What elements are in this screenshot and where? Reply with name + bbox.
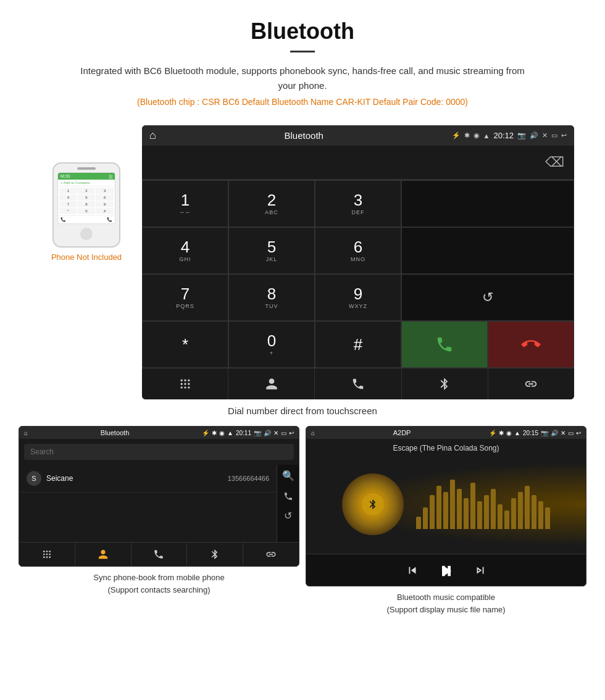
- key-4[interactable]: 4 GHI: [142, 227, 228, 274]
- music-home-icon[interactable]: ⌂: [311, 430, 315, 436]
- eq-bar-10: [477, 501, 482, 529]
- svg-point-0: [180, 380, 182, 381]
- end-call-icon: [518, 331, 544, 357]
- pb-contacts-list: S Seicane 13566664466: [19, 465, 277, 542]
- svg-point-9: [43, 551, 45, 552]
- svg-point-1: [184, 380, 186, 381]
- svg-point-11: [49, 551, 51, 552]
- mini-key-7[interactable]: 7: [59, 201, 77, 207]
- svg-point-17: [49, 556, 51, 558]
- eq-bar-3: [430, 495, 435, 529]
- signal-icon: ▲: [483, 132, 490, 140]
- caption-center: Dial number direct from touchscreen: [0, 406, 605, 416]
- key-hash[interactable]: #: [315, 321, 401, 368]
- contacts-icon: [265, 377, 278, 391]
- mini-key-9[interactable]: 9: [96, 201, 114, 207]
- svg-point-8: [188, 386, 190, 388]
- mini-key-0[interactable]: 0: [78, 208, 96, 214]
- call-button[interactable]: [401, 321, 488, 368]
- bottom-phone-icon[interactable]: [315, 369, 401, 399]
- key-5[interactable]: 5 JKL: [228, 227, 315, 274]
- pb-back-icon[interactable]: ↩: [289, 430, 294, 436]
- pb-scr-icon[interactable]: ▭: [281, 430, 286, 436]
- back-icon[interactable]: ↩: [561, 131, 567, 140]
- phone-home-button[interactable]: [80, 228, 93, 240]
- music-eq-bars: [416, 480, 550, 529]
- svg-point-14: [49, 554, 51, 556]
- key-8[interactable]: 8 TUV: [228, 274, 315, 321]
- pb-bottom-dialpad[interactable]: [19, 543, 75, 566]
- eq-bar-2: [423, 507, 428, 529]
- music-scr-icon[interactable]: ▭: [568, 430, 574, 436]
- rewind-icon: [406, 564, 419, 577]
- rewind-button[interactable]: [406, 563, 419, 578]
- search-right-icon[interactable]: 🔍: [282, 470, 294, 481]
- eq-bar-6: [450, 480, 455, 529]
- mini-key-8[interactable]: 8: [78, 201, 96, 207]
- call-right-icon[interactable]: [283, 490, 293, 501]
- eq-bar-7: [457, 489, 462, 529]
- main-screenshot-area: M:00 ||| + Add to Contacts 1 2 3 4 5 6 7…: [0, 125, 605, 399]
- key-2[interactable]: 2 ABC: [228, 180, 315, 227]
- refresh-cell[interactable]: ↺: [401, 274, 574, 321]
- link-icon: [524, 377, 538, 391]
- phone-not-included-label: Phone Not Included: [51, 252, 122, 262]
- music-cam-icon: 📷: [541, 430, 548, 436]
- pb-loc-icon: ◉: [219, 430, 225, 436]
- bottom-screenshots: ⌂ Bluetooth ⚡ ✱ ◉ ▲ 20:11 📷 🔊 ✕ ▭ ↩: [0, 426, 605, 615]
- eq-bar-15: [511, 498, 516, 529]
- backspace-button[interactable]: ⌫: [545, 154, 564, 170]
- close-icon[interactable]: ✕: [542, 131, 548, 140]
- caption-phonebook: Sync phone-book from mobile phone(Suppor…: [93, 572, 224, 596]
- pb-search-area: [19, 439, 299, 465]
- pb-search-input[interactable]: [24, 444, 294, 460]
- svg-point-6: [180, 386, 182, 388]
- mini-key-1[interactable]: 1: [59, 188, 77, 194]
- mini-key-5[interactable]: 5: [78, 194, 96, 201]
- bottom-contacts-icon[interactable]: [228, 369, 315, 399]
- phone-screen-header: M:00 |||: [58, 173, 115, 180]
- music-x-icon[interactable]: ✕: [561, 430, 565, 436]
- eq-bar-1: [416, 517, 421, 529]
- bottom-link-icon[interactable]: [488, 369, 574, 399]
- pb-usb-icon: ⚡: [202, 430, 209, 436]
- key-7[interactable]: 7 PQRS: [142, 274, 228, 321]
- key-star[interactable]: *: [142, 321, 228, 368]
- mini-key-2[interactable]: 2: [78, 188, 96, 194]
- mini-key-6[interactable]: 6: [96, 194, 114, 201]
- contact-number: 13566664466: [228, 475, 269, 482]
- home-icon[interactable]: ⌂: [149, 129, 156, 142]
- dial-screen: ⌂ Bluetooth ⚡ ✱ ◉ ▲ 20:12 📷 🔊 ✕ ▭ ↩ ⌫: [142, 125, 574, 399]
- svg-point-3: [180, 383, 182, 385]
- pb-home-icon[interactable]: ⌂: [24, 430, 28, 436]
- caption-music: Bluetooth music compatible(Support displ…: [386, 591, 505, 615]
- key-3[interactable]: 3 DEF: [315, 180, 401, 227]
- key-0[interactable]: 0 +: [228, 321, 315, 368]
- dialpad-icon: [179, 378, 191, 390]
- pb-bottom-contacts[interactable]: [75, 543, 131, 566]
- key-1[interactable]: 1 ∽∽: [142, 180, 228, 227]
- key-9[interactable]: 9 WXYZ: [315, 274, 401, 321]
- music-back-icon[interactable]: ↩: [576, 430, 581, 436]
- refresh-right-icon[interactable]: ↺: [284, 510, 292, 522]
- phone-aside: M:00 ||| + Add to Contacts 1 2 3 4 5 6 7…: [31, 125, 142, 262]
- pb-bottom-phone[interactable]: [131, 543, 188, 566]
- end-call-button[interactable]: [488, 321, 574, 368]
- mini-key-star[interactable]: *: [59, 208, 77, 214]
- screen-icon[interactable]: ▭: [551, 131, 557, 140]
- pb-bottom-bluetooth[interactable]: [187, 543, 243, 566]
- pb-bottom-link[interactable]: [243, 543, 299, 566]
- play-pause-button[interactable]: [438, 560, 455, 580]
- mini-key-4[interactable]: 4: [59, 194, 77, 201]
- key-6[interactable]: 6 MNO: [315, 227, 401, 274]
- mini-key-3[interactable]: 3: [96, 188, 114, 194]
- mini-key-hash[interactable]: #: [96, 208, 114, 214]
- pb-x-icon[interactable]: ✕: [273, 430, 278, 436]
- bottom-bluetooth-icon[interactable]: [402, 369, 488, 399]
- svg-point-2: [188, 380, 190, 381]
- empty-cell-row2: [401, 227, 574, 274]
- forward-button[interactable]: [474, 563, 487, 578]
- phone-screen-signal: |||: [109, 174, 112, 178]
- contact-row[interactable]: S Seicane 13566664466: [19, 465, 277, 493]
- bottom-dialpad-icon[interactable]: [142, 369, 228, 399]
